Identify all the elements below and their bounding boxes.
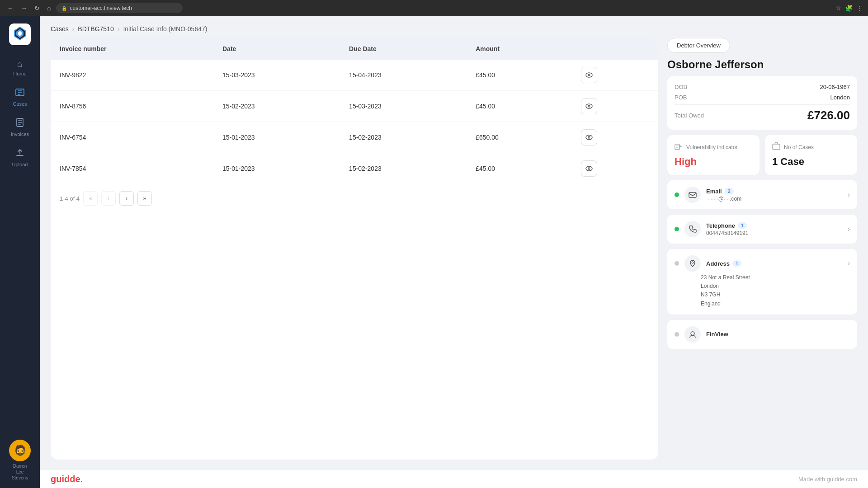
refresh-button[interactable]: ↻ [33, 4, 42, 13]
total-owed-label: Total Owed [675, 112, 704, 119]
svg-point-17 [691, 332, 694, 335]
cell-date: 15-03-2023 [213, 60, 340, 91]
view-invoice-button[interactable] [581, 129, 597, 145]
back-button[interactable]: ← [5, 4, 15, 13]
metrics-row: Vulnerability indicator High [667, 135, 857, 175]
svg-rect-13 [675, 144, 679, 150]
finview-contact-card[interactable]: FinView [667, 320, 857, 349]
sidebar-home-label: Home [13, 71, 26, 76]
pob-row: POB London [675, 94, 850, 101]
sidebar-upload-label: Upload [12, 162, 28, 167]
col-invoice-number: Invoice number [51, 38, 213, 60]
breadcrumb-cases[interactable]: Cases [51, 25, 69, 33]
url-text: customer-acc.finview.tech [70, 5, 132, 11]
view-invoice-button[interactable] [581, 67, 597, 83]
cell-action [572, 153, 658, 184]
pob-value: London [830, 94, 850, 101]
cell-due-date: 15-02-2023 [340, 153, 467, 184]
lock-icon: 🔒 [61, 6, 67, 11]
breadcrumb-case-id[interactable]: BDTBG7510 [78, 25, 113, 33]
svg-point-9 [586, 135, 592, 140]
debtor-overview-button[interactable]: Debtor Overview [667, 38, 730, 53]
forward-button[interactable]: → [19, 4, 29, 13]
svg-point-7 [586, 104, 592, 108]
telephone-title: Telephone 1 [706, 222, 842, 229]
next-page-button[interactable]: › [119, 191, 134, 206]
cell-date: 15-01-2023 [213, 153, 340, 184]
email-title: Email 2 [706, 188, 842, 195]
menu-icon[interactable]: ⋮ [856, 5, 863, 12]
address-line1: 23 Not a Real Street [701, 273, 850, 282]
pob-label: POB [675, 94, 687, 101]
sidebar-bottom: 🧔 DarrenLeeStevens [9, 440, 31, 481]
cell-invoice-number: INV-9822 [51, 60, 213, 91]
main-content: Cases › BDTBG7510 › Initial Case Info (M… [40, 16, 868, 488]
telephone-info: Telephone 1 00447458149191 [706, 222, 842, 236]
svg-rect-15 [689, 192, 696, 197]
table-row: INV-9822 15-03-2023 15-04-2023 £45.00 [51, 60, 658, 91]
cell-invoice-number: INV-7854 [51, 153, 213, 184]
star-icon[interactable]: ☆ [835, 5, 841, 12]
cell-due-date: 15-03-2023 [340, 91, 467, 122]
watermark-bar: guidde. Made with guidde.com [40, 470, 868, 488]
telephone-contact-card[interactable]: Telephone 1 00447458149191 › [667, 215, 857, 244]
cases-icon [15, 87, 25, 99]
address-contact-card[interactable]: Address 1 › 23 Not a Real Street London … [667, 249, 857, 314]
email-chevron-icon: › [848, 191, 850, 199]
extensions-icon[interactable]: 🧩 [845, 5, 853, 12]
email-badge: 2 [725, 188, 734, 194]
svg-point-11 [586, 166, 592, 171]
prev-page-button[interactable]: ‹ [101, 191, 116, 206]
vulnerability-header: Vulnerability indicator [675, 142, 752, 152]
email-status-dot [675, 192, 679, 197]
browser-actions: ☆ 🧩 ⋮ [835, 5, 863, 12]
location-icon [684, 255, 701, 272]
svg-point-12 [588, 168, 590, 169]
view-invoice-button[interactable] [581, 98, 597, 114]
finview-icon [684, 326, 701, 343]
sidebar-item-invoices[interactable]: Invoices [0, 113, 40, 141]
home-button[interactable]: ⌂ [45, 4, 52, 13]
sidebar-item-upload[interactable]: Upload [0, 143, 40, 172]
sidebar-item-cases[interactable]: Cases [0, 83, 40, 111]
vulnerability-icon [675, 142, 683, 152]
svg-rect-14 [773, 144, 780, 150]
cell-invoice-number: INV-8756 [51, 91, 213, 122]
svg-point-8 [588, 105, 590, 107]
guidde-logo: guidde. [51, 474, 83, 484]
avatar[interactable]: 🧔 [9, 440, 31, 461]
email-contact-card[interactable]: Email 2 ········@····.com › [667, 180, 857, 209]
pagination-bar: 1-4 of 4 « ‹ › » [51, 184, 658, 213]
dob-row: DOB 20-06-1967 [675, 84, 850, 90]
telephone-chevron-icon: › [848, 225, 850, 233]
last-page-button[interactable]: » [137, 191, 152, 206]
first-page-button[interactable]: « [83, 191, 98, 206]
email-info: Email 2 ········@····.com [706, 188, 842, 202]
sidebar-item-home[interactable]: ⌂ Home [0, 54, 40, 81]
address-status-dot [675, 261, 679, 266]
table-row: INV-8756 15-02-2023 15-03-2023 £45.00 [51, 91, 658, 122]
col-actions [572, 38, 658, 60]
url-bar[interactable]: 🔒 customer-acc.finview.tech [56, 3, 183, 13]
address-line2: London [701, 282, 850, 291]
sidebar: ⌂ Home Cases Invoices [0, 16, 40, 488]
phone-icon [684, 221, 701, 237]
telephone-badge: 1 [738, 222, 747, 229]
cell-amount: £45.00 [467, 91, 572, 122]
cases-header: No of Cases [772, 142, 850, 152]
cell-due-date: 15-02-2023 [340, 122, 467, 153]
invoice-panel: Invoice number Date Due Date Amount INV-… [51, 38, 658, 460]
telephone-value: 00447458149191 [706, 230, 842, 236]
cases-metric-icon [772, 142, 780, 152]
app-container: ⌂ Home Cases Invoices [0, 16, 868, 488]
finview-status-dot [675, 332, 679, 337]
cell-action [572, 60, 658, 91]
breadcrumb-sep-2: › [118, 25, 120, 33]
svg-point-10 [588, 136, 590, 138]
logo-mark [13, 26, 27, 43]
cell-date: 15-02-2023 [213, 91, 340, 122]
cases-metric-value: 1 Case [772, 156, 850, 168]
view-invoice-button[interactable] [581, 160, 597, 177]
debtor-info-card: DOB 20-06-1967 POB London Total Owed £72… [667, 76, 857, 130]
breadcrumb: Cases › BDTBG7510 › Initial Case Info (M… [40, 16, 868, 38]
